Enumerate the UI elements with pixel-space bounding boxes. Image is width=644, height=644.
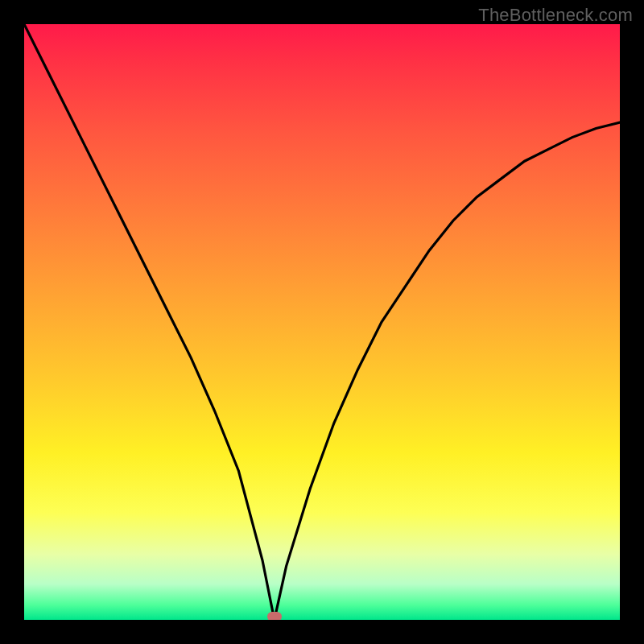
curve-svg [24,24,620,620]
chart-frame: TheBottleneck.com [0,0,644,644]
bottleneck-curve [24,24,620,620]
optimal-point-marker [267,612,282,620]
plot-area [24,24,620,620]
watermark-text: TheBottleneck.com [478,5,633,26]
